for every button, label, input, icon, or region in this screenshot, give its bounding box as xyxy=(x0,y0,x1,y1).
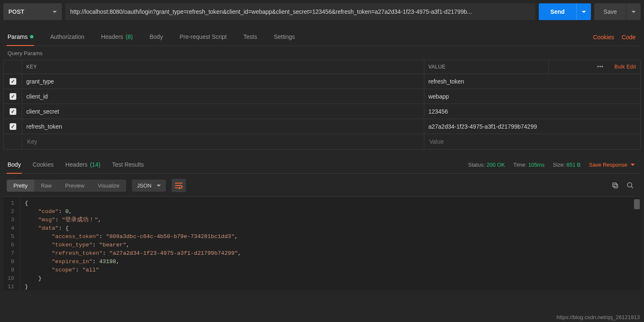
svg-point-4 xyxy=(627,183,632,187)
save-button-group: Save xyxy=(594,3,641,20)
params-active-dot-icon xyxy=(30,35,33,38)
tab-params[interactable]: Params xyxy=(7,29,34,46)
watermark-text: https://blog.csdn.net/qq_26121913 xyxy=(557,314,640,320)
table-row: ✓refresh_tokena27a2d34-1f23-4975-a3f1-d2… xyxy=(4,119,641,134)
body-view-mode-pills: Pretty Raw Preview Visualize xyxy=(7,180,126,192)
status-label: Status: xyxy=(468,162,485,168)
tab-authorization[interactable]: Authorization xyxy=(49,29,85,46)
send-button[interactable]: Send xyxy=(539,3,576,20)
copy-icon[interactable] xyxy=(611,181,620,190)
json-line: "msg": "登录成功！", xyxy=(25,216,636,224)
save-button[interactable]: Save xyxy=(594,3,626,20)
svg-line-5 xyxy=(631,186,633,188)
json-line: "scope": "all" xyxy=(25,266,636,274)
param-key-cell[interactable]: client_secret xyxy=(22,104,424,119)
line-number-gutter: 1234567891011 xyxy=(3,197,20,290)
query-params-title: Query Params xyxy=(3,46,641,60)
param-value-cell[interactable]: a27a2d34-1f23-4975-a3f1-d21799b74299 xyxy=(424,119,640,134)
size-label: Size: xyxy=(553,162,565,168)
wrap-lines-button[interactable] xyxy=(172,179,186,192)
json-line: "access_token": "808a3dbc-c64c-4b50-b79e… xyxy=(25,233,636,241)
chevron-down-icon xyxy=(631,11,636,13)
table-row: ✓client_secret123456 xyxy=(4,104,641,119)
chevron-down-icon xyxy=(157,185,161,187)
table-header-checkbox xyxy=(4,60,22,74)
pill-visualize[interactable]: Visualize xyxy=(91,180,126,192)
size-value: 651 B xyxy=(566,162,581,168)
scrollbar-thumb[interactable] xyxy=(634,199,640,209)
bulk-edit-link[interactable]: Bulk Edit xyxy=(614,64,636,70)
row-checkbox[interactable]: ✓ xyxy=(10,93,16,100)
param-key-cell[interactable]: grant_type xyxy=(22,74,424,89)
save-dropdown[interactable] xyxy=(626,3,641,20)
url-input[interactable]: http://localhost:8080/oauth/login?grant_… xyxy=(65,3,535,20)
new-value-input[interactable] xyxy=(428,138,636,145)
row-checkbox[interactable]: ✓ xyxy=(10,78,16,85)
code-link[interactable]: Code xyxy=(622,34,636,41)
http-method-label: POST xyxy=(8,8,24,15)
param-value-cell[interactable]: refresh_token xyxy=(424,74,640,89)
headers-count-badge: (8) xyxy=(126,33,133,40)
table-row-new xyxy=(4,134,641,150)
send-dropdown[interactable] xyxy=(576,3,591,20)
param-key-cell[interactable]: client_id xyxy=(22,89,424,104)
response-tab-test-results[interactable]: Test Results xyxy=(111,157,145,174)
url-text: http://localhost:8080/oauth/login?grant_… xyxy=(70,8,472,15)
pill-preview[interactable]: Preview xyxy=(58,180,91,192)
tab-prerequest[interactable]: Pre-request Script xyxy=(179,29,228,46)
chevron-down-icon xyxy=(53,11,57,13)
json-line: "expires_in": 43198, xyxy=(25,258,636,266)
param-value-cell[interactable]: 123456 xyxy=(424,104,640,119)
json-code-area: { "code": 0, "msg": "登录成功！", "data": { "… xyxy=(20,197,641,290)
table-row: ✓grant_typerefresh_token xyxy=(4,74,641,89)
tab-body[interactable]: Body xyxy=(149,29,164,46)
table-header-key: KEY xyxy=(22,60,424,74)
tab-tests[interactable]: Tests xyxy=(243,29,258,46)
json-line: "code": 0, xyxy=(25,208,636,216)
pill-pretty[interactable]: Pretty xyxy=(7,180,34,192)
response-json-viewer[interactable]: 1234567891011 { "code": 0, "msg": "登录成功！… xyxy=(3,196,641,290)
svg-rect-3 xyxy=(613,183,616,187)
pill-raw[interactable]: Raw xyxy=(34,180,58,192)
json-line: { xyxy=(25,199,636,208)
tab-headers[interactable]: Headers (8) xyxy=(100,29,134,46)
chevron-down-icon xyxy=(582,11,586,13)
tab-settings[interactable]: Settings xyxy=(273,29,296,46)
more-icon[interactable]: ••• xyxy=(597,64,604,70)
row-checkbox[interactable]: ✓ xyxy=(10,108,16,115)
row-checkbox[interactable]: ✓ xyxy=(10,123,16,130)
send-button-group: Send xyxy=(539,3,591,20)
param-value-cell[interactable]: webapp xyxy=(424,89,640,104)
table-row: ✓client_idwebapp xyxy=(4,89,641,104)
http-method-select[interactable]: POST xyxy=(3,3,62,20)
svg-rect-2 xyxy=(614,184,618,188)
json-line: "data": { xyxy=(25,224,636,233)
time-label: Time: xyxy=(513,162,527,168)
param-key-cell[interactable]: refresh_token xyxy=(22,119,424,134)
json-line: "refresh_token": "a27a2d34-1f23-4975-a3f… xyxy=(25,249,636,258)
save-response-button[interactable]: Save Response xyxy=(589,162,635,168)
chevron-down-icon xyxy=(631,164,635,166)
json-line: } xyxy=(25,283,636,290)
response-headers-count-badge: (14) xyxy=(90,161,100,168)
table-header-value: VALUE xyxy=(424,60,548,74)
status-value: 200 OK xyxy=(487,162,505,168)
json-line: } xyxy=(25,274,636,283)
json-line: "token_type": "bearer", xyxy=(25,241,636,249)
response-tab-cookies[interactable]: Cookies xyxy=(32,157,55,174)
new-key-input[interactable] xyxy=(26,138,420,145)
time-value: 105ms xyxy=(528,162,545,168)
cookies-link[interactable]: Cookies xyxy=(593,34,614,41)
search-icon[interactable] xyxy=(626,181,635,190)
query-params-table: KEY VALUE ••• Bulk Edit ✓grant_typerefre… xyxy=(3,60,641,150)
response-tab-headers[interactable]: Headers (14) xyxy=(65,157,101,174)
response-tab-body[interactable]: Body xyxy=(7,157,22,174)
body-format-select[interactable]: JSON xyxy=(132,180,166,192)
